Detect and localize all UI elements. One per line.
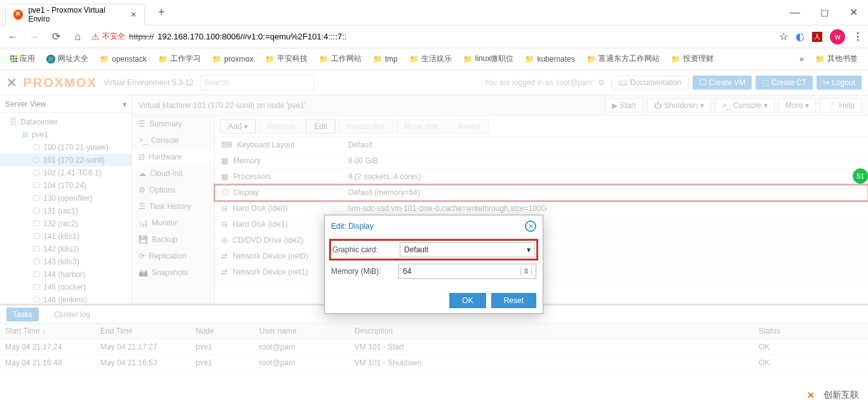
tree-item[interactable]: 🖥pve1 — [0, 128, 132, 141]
search-input[interactable]: Search — [200, 75, 315, 90]
tree-item[interactable]: 🖵130 (openfiler) — [0, 192, 132, 205]
minimize-button[interactable]: — — [780, 0, 810, 25]
home-button[interactable]: ⌂ — [70, 29, 85, 44]
logout-button[interactable]: ↪ Logout — [817, 76, 862, 90]
spinner-icon[interactable]: ⇳ — [520, 267, 532, 276]
close-icon[interactable]: ✕ — [130, 10, 137, 19]
bookmark-folder[interactable]: 📁linux微职位 — [459, 51, 518, 67]
menu-item-task-history[interactable]: ☰Task History — [132, 198, 214, 215]
new-tab-button[interactable]: + — [153, 4, 170, 22]
graphic-card-select[interactable]: Default ▾ — [400, 242, 535, 257]
reload-button[interactable]: ⟳ — [48, 29, 64, 44]
menu-item-options[interactable]: ⚙Options — [132, 182, 214, 198]
tree-item[interactable]: 🖵101 (170.22-sunli) — [0, 154, 132, 166]
add-button[interactable]: Add ▾ — [220, 119, 256, 133]
task-row[interactable]: May 04 21:16:48May 04 21:16:53pve1root@p… — [0, 355, 868, 371]
ok-button[interactable]: OK — [449, 293, 485, 308]
menu-item-hardware[interactable]: ⊟Hardware — [132, 149, 214, 165]
gear-icon[interactable]: ⚙ — [598, 78, 605, 87]
memory-input[interactable]: 64 ⇳ — [398, 264, 536, 279]
hardware-row[interactable]: ▦Memory8.00 GiB — [215, 153, 868, 169]
bookmark-folder[interactable]: 📁平安科技 — [261, 51, 311, 67]
bookmark-folder[interactable]: 📁proxmox — [208, 52, 257, 66]
bookmark-folder[interactable]: 📁kubernates — [521, 52, 578, 66]
pdf-icon[interactable]: 人 — [812, 32, 822, 42]
menu-item-backup[interactable]: 💾Backup — [132, 231, 214, 248]
revert-button[interactable]: Revert — [449, 119, 488, 133]
node-icon: 🖵 — [32, 232, 41, 241]
col-user[interactable]: User name — [254, 323, 349, 339]
remove-button[interactable]: Remove — [259, 119, 304, 133]
bookmark-folder[interactable]: 📁tmp — [369, 52, 402, 66]
menu-icon[interactable]: ⋮ — [853, 30, 863, 43]
help-button[interactable]: ❔ Help — [820, 98, 862, 112]
folder-icon: 📁 — [265, 55, 275, 64]
hardware-row[interactable]: ▦Processors8 (2 sockets, 4 cores) — [215, 169, 868, 185]
tree-item[interactable]: 🖵104 (170.24) — [0, 179, 132, 192]
bookmark-folder[interactable]: 📁openstack — [96, 52, 151, 66]
task-row[interactable]: May 04 21:17:24May 04 21:17:27pve1root@p… — [0, 339, 868, 355]
menu-item-snapshots[interactable]: 📷Snapshots — [132, 264, 214, 281]
menu-item-console[interactable]: >_Console — [132, 132, 214, 149]
tree-item[interactable]: 🖵145 (docker) — [0, 281, 132, 294]
col-status[interactable]: Status — [754, 323, 868, 339]
maximize-button[interactable]: ◻ — [810, 0, 839, 25]
profile-avatar[interactable]: w — [830, 29, 845, 44]
menu-item-replication[interactable]: ⟳Replication — [132, 248, 214, 264]
bookmark-other[interactable]: 📁其他书签 — [811, 51, 862, 67]
col-end[interactable]: End Time — [95, 323, 191, 339]
tree-item[interactable]: 🖵143 (k8s3) — [0, 255, 132, 268]
bookmark-folder[interactable]: 📁富通东方工作网站 — [583, 51, 663, 67]
extension-icon[interactable]: ◐ — [796, 30, 804, 43]
resize-disk-button[interactable]: Resize disk — [338, 119, 393, 133]
hardware-row[interactable]: ⌨Keyboard LayoutDefault — [215, 137, 868, 153]
tree-item[interactable]: 🖵144 (harbor) — [0, 268, 132, 281]
star-icon[interactable]: ☆ — [779, 30, 788, 43]
bookmark-folder[interactable]: 📁投资理财 — [667, 51, 717, 67]
forward-button[interactable]: → — [27, 29, 42, 44]
more-button[interactable]: More ▾ — [778, 98, 816, 112]
documentation-button[interactable]: 📖 Documentation — [611, 76, 689, 90]
move-disk-button[interactable]: Move disk — [396, 119, 447, 133]
edit-button[interactable]: Edit — [306, 119, 336, 133]
reset-button[interactable]: Reset — [491, 293, 536, 308]
bookmark-overflow[interactable]: » — [796, 51, 808, 67]
create-vm-button[interactable]: 🖵 Create VM — [693, 76, 752, 90]
tasks-tab[interactable]: Tasks — [6, 308, 39, 322]
tree-item[interactable]: 🖵142 (k8s2) — [0, 243, 132, 255]
bookmark-folder[interactable]: 📁生活娱乐 — [405, 51, 456, 67]
menu-item-summary[interactable]: ☰Summary — [132, 116, 214, 132]
tree-item[interactable]: 🖵102 (1.41-TC6.1) — [0, 166, 132, 179]
cluster-log-tab[interactable]: Cluster log — [48, 308, 97, 322]
chevron-down-icon[interactable]: ▾ — [123, 100, 126, 109]
notification-badge[interactable]: 51 — [853, 168, 868, 184]
close-window-button[interactable]: ✕ — [839, 0, 868, 25]
col-node[interactable]: Node — [191, 323, 254, 339]
bookmark-folder[interactable]: 📁工作学习 — [154, 51, 205, 67]
menu-item-monitor[interactable]: 📊Monitor — [132, 215, 214, 231]
create-ct-button[interactable]: ⬚ Create CT — [756, 76, 813, 90]
tree-item[interactable]: 🖵100 (170.21-yuwei) — [0, 141, 132, 154]
bookmark-folder[interactable]: 📁工作网站 — [315, 51, 365, 67]
col-start[interactable]: Start Time ↓ — [0, 323, 95, 339]
url-field[interactable]: ⚠不安全 https:// 192.168.170.100:8006/#v1:0… — [92, 31, 773, 42]
tree-item[interactable]: 🖵131 (rac1) — [0, 205, 132, 217]
col-desc[interactable]: Description — [349, 323, 754, 339]
shutdown-button[interactable]: ⏻ Shutdown ▾ — [647, 98, 711, 112]
tree-item[interactable]: 🖵141 (k8s1) — [0, 230, 132, 243]
dialog-close-button[interactable]: ✕ — [525, 220, 536, 232]
apps-button[interactable]: 应用 — [6, 51, 39, 67]
tree-item[interactable]: 🖵146 (jenkins) — [0, 294, 132, 304]
console-button[interactable]: >_ Console ▾ — [715, 98, 775, 112]
browser-tab[interactable]: pve1 - Proxmox Virtual Enviro ✕ — [5, 4, 145, 25]
bookmark-item[interactable]: 网址大全 — [43, 51, 92, 67]
server-view-header[interactable]: Server View ▾ — [0, 95, 132, 113]
start-button[interactable]: ▶ Start — [605, 98, 643, 112]
tree-item[interactable]: 🖵132 (rac2) — [0, 217, 132, 230]
dialog-title-bar[interactable]: Edit: Display ✕ — [325, 215, 543, 237]
hardware-row[interactable]: 🖵DisplayDefault (memory=64) — [215, 185, 868, 201]
back-button[interactable]: ← — [5, 29, 20, 44]
folder-icon: 📁 — [373, 55, 383, 64]
tree-item[interactable]: 🗄Datacenter — [0, 116, 132, 128]
menu-item-cloud-init[interactable]: ☁Cloud-Init — [132, 165, 214, 182]
